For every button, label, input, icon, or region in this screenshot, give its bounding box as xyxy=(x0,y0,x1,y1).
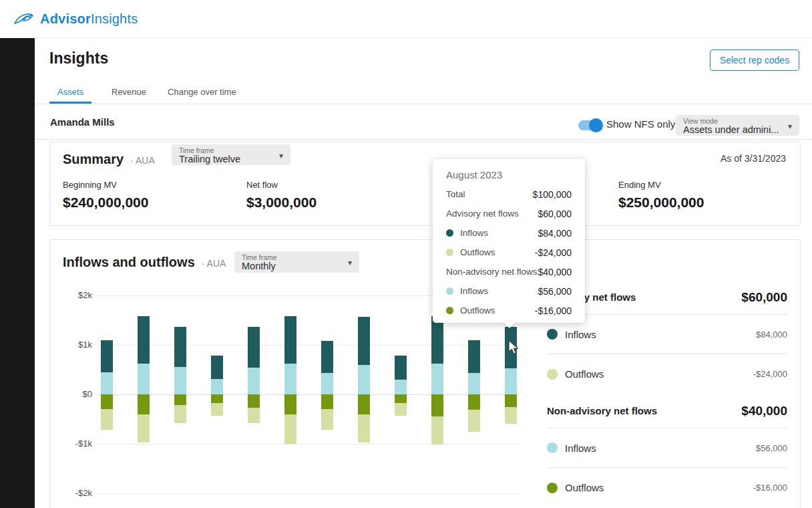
bar-1-advisory-inflow[interactable] xyxy=(101,340,113,373)
bar-3-non-advisory-inflow[interactable] xyxy=(174,367,186,394)
bar-4-advisory-outflow[interactable] xyxy=(211,403,223,416)
bar-12-non-advisory-outflow-august-2023[interactable] xyxy=(505,394,517,407)
bar-5-advisory-inflow[interactable] xyxy=(248,327,260,368)
stat-beginning-mv: Beginning MV $240,000,000 xyxy=(63,180,148,211)
tooltip-row-value: -$24,000 xyxy=(535,247,572,258)
summary-badge-text: AUA xyxy=(136,155,155,166)
flows-timeframe-select[interactable]: Time frame Monthly ▾ xyxy=(234,251,359,273)
bar-11-non-advisory-inflow[interactable] xyxy=(468,373,480,394)
summary-title-text: Summary xyxy=(63,152,124,166)
y-axis-tick-label: $2k xyxy=(55,290,92,300)
client-name: Amanda Mills xyxy=(50,116,115,128)
bar-5-non-advisory-inflow[interactable] xyxy=(248,368,260,394)
bar-11-non-advisory-outflow[interactable] xyxy=(468,394,480,410)
bar-11-advisory-inflow[interactable] xyxy=(468,340,480,374)
chart-tooltip: August 2023 Total$100,000Advisory net fl… xyxy=(433,159,585,323)
bar-10-advisory-inflow[interactable] xyxy=(431,316,443,364)
bar-6-non-advisory-inflow[interactable] xyxy=(284,364,296,394)
bar-6-non-advisory-outflow[interactable] xyxy=(284,394,296,414)
tab-assets[interactable]: Assets xyxy=(49,86,91,104)
bar-7-advisory-outflow[interactable] xyxy=(321,409,333,430)
bar-10-advisory-outflow[interactable] xyxy=(431,416,443,444)
bar-12-advisory-outflow-august-2023[interactable] xyxy=(505,407,517,424)
bar-8-advisory-outflow[interactable] xyxy=(358,414,370,442)
toggle-knob xyxy=(589,118,603,132)
legend-dot-icon xyxy=(547,369,558,380)
select-rep-codes-button[interactable]: Select rep codes xyxy=(710,49,799,71)
show-nfs-label: Show NFS only xyxy=(606,118,675,130)
stat-label: Beginning MV xyxy=(63,180,148,190)
tab-revenue[interactable]: Revenue xyxy=(110,86,148,104)
stat-value: $250,000,000 xyxy=(618,195,704,211)
left-nav-rail[interactable] xyxy=(0,38,35,508)
panel-row-value: $84,000 xyxy=(756,330,787,340)
stat-ending-mv: Ending MV $250,000,000 xyxy=(618,180,704,211)
stat-value: $240,000,000 xyxy=(63,195,148,211)
y-axis-tick-label: -$1k xyxy=(55,438,92,449)
flows-title: Inflows and outflows· AUA xyxy=(63,255,226,270)
legend-dot-icon xyxy=(446,287,453,295)
bar-5-advisory-outflow[interactable] xyxy=(248,408,260,423)
bar-11-advisory-outflow[interactable] xyxy=(468,410,480,432)
bar-6-advisory-outflow[interactable] xyxy=(284,414,296,444)
bar-9-non-advisory-inflow[interactable] xyxy=(395,380,407,394)
bar-2-non-advisory-inflow[interactable] xyxy=(138,364,150,394)
bar-10-non-advisory-inflow[interactable] xyxy=(431,364,443,394)
inflows-outflows-card: Inflows and outflows· AUA Time frame Mon… xyxy=(49,239,801,508)
tooltip-row-label: Inflows xyxy=(460,228,488,238)
y-axis-tick-label: $0 xyxy=(55,389,92,399)
bar-1-advisory-outflow[interactable] xyxy=(101,409,113,430)
bar-8-non-advisory-outflow[interactable] xyxy=(358,394,370,414)
bar-2-advisory-inflow[interactable] xyxy=(138,316,150,364)
bar-9-advisory-inflow[interactable] xyxy=(395,356,407,380)
flows-badge: · AUA xyxy=(202,258,226,269)
bar-8-non-advisory-inflow[interactable] xyxy=(358,365,370,394)
bar-8-advisory-inflow[interactable] xyxy=(358,317,370,365)
show-nfs-toggle[interactable] xyxy=(578,120,601,130)
tooltip-row-label: Outflows xyxy=(460,305,495,315)
tab-change-over-time[interactable]: Change over time xyxy=(166,86,238,104)
brand-light: Insights xyxy=(91,11,138,26)
mouse-cursor-icon xyxy=(508,340,522,358)
bar-4-non-advisory-outflow[interactable] xyxy=(211,394,223,403)
bar-12-non-advisory-inflow-august-2023[interactable] xyxy=(505,368,517,394)
bar-7-non-advisory-outflow[interactable] xyxy=(321,394,333,409)
bar-1-non-advisory-inflow[interactable] xyxy=(101,372,113,394)
bar-6-advisory-inflow[interactable] xyxy=(284,316,296,364)
tooltip-rows: Total$100,000Advisory net flows$60,000In… xyxy=(446,184,572,320)
brand: AdvisorInsights xyxy=(13,10,138,27)
panel-row-label: Outflows xyxy=(565,482,604,493)
bullet-icon: · xyxy=(130,155,134,166)
top-header: AdvisorInsights xyxy=(0,0,812,38)
bar-1-non-advisory-outflow[interactable] xyxy=(101,394,113,409)
tooltip-row-label: Outflows xyxy=(460,247,495,257)
filter-bar: Amanda Mills Show NFS only View mode Ass… xyxy=(35,104,812,140)
tooltip-arrow xyxy=(503,322,516,328)
bar-2-non-advisory-outflow[interactable] xyxy=(138,394,150,414)
panel-item-inflows: Inflows$56,000 xyxy=(547,428,787,468)
bar-10-non-advisory-outflow[interactable] xyxy=(431,394,443,416)
bar-5-non-advisory-outflow[interactable] xyxy=(248,394,260,408)
bar-3-non-advisory-outflow[interactable] xyxy=(174,394,186,405)
summary-timeframe-select[interactable]: Time frame Trailing twelve ▾ xyxy=(172,144,290,165)
bar-4-non-advisory-inflow[interactable] xyxy=(211,379,223,394)
tooltip-row-value: $40,000 xyxy=(538,267,572,277)
view-mode-select[interactable]: View mode Assets under admini... ▾ xyxy=(676,115,799,136)
brand-bold: Advisor xyxy=(40,11,91,26)
stat-label: Ending MV xyxy=(618,180,704,190)
bar-3-advisory-outflow[interactable] xyxy=(174,405,186,423)
page-title: Insights xyxy=(49,49,108,68)
legend-dot-icon xyxy=(446,307,453,314)
bar-7-non-advisory-inflow[interactable] xyxy=(321,373,333,394)
tooltip-row-outflows: Outflows-$24,000 xyxy=(446,243,572,262)
gridline xyxy=(97,493,518,494)
bar-7-advisory-inflow[interactable] xyxy=(321,341,333,373)
chevron-down-icon: ▾ xyxy=(348,258,352,267)
tooltip-row-label: Inflows xyxy=(460,286,488,296)
bar-3-advisory-inflow[interactable] xyxy=(174,327,186,367)
bar-4-advisory-inflow[interactable] xyxy=(211,356,223,379)
bar-9-advisory-outflow[interactable] xyxy=(395,403,407,416)
bar-9-non-advisory-outflow[interactable] xyxy=(395,394,407,403)
timeframe-value: Monthly xyxy=(242,261,276,271)
bar-2-advisory-outflow[interactable] xyxy=(138,414,150,442)
